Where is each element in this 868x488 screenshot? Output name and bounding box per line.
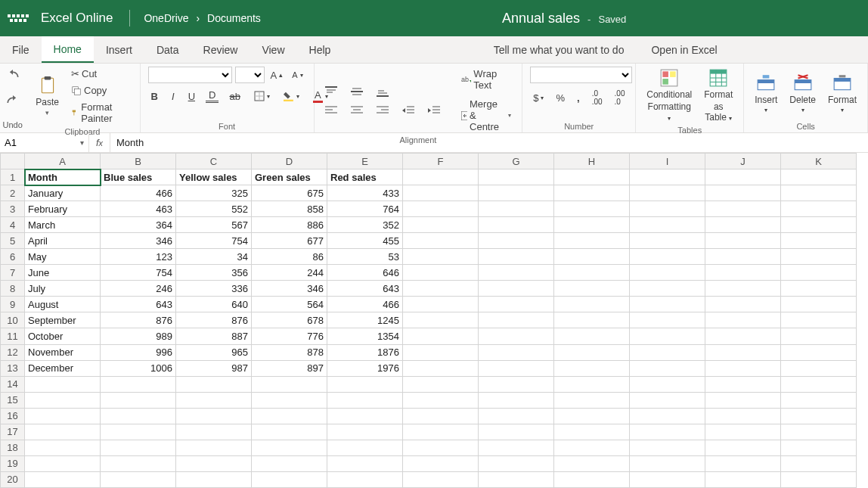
cell-D20[interactable] bbox=[252, 471, 327, 487]
cell-J2[interactable] bbox=[705, 185, 781, 201]
cell-A8[interactable]: July bbox=[25, 281, 101, 297]
cell-H1[interactable] bbox=[554, 169, 630, 185]
cell-D12[interactable]: 878 bbox=[252, 344, 327, 360]
cell-I12[interactable] bbox=[630, 344, 705, 360]
column-header-I[interactable]: I bbox=[630, 154, 705, 169]
tab-data[interactable]: Data bbox=[144, 36, 191, 63]
cell-K12[interactable] bbox=[781, 344, 857, 360]
cell-D18[interactable] bbox=[252, 440, 327, 455]
cell-B5[interactable]: 346 bbox=[101, 233, 176, 249]
cell-D2[interactable]: 675 bbox=[252, 185, 327, 201]
cell-A10[interactable]: September bbox=[25, 312, 101, 328]
cell-C16[interactable] bbox=[176, 408, 252, 424]
cell-C19[interactable] bbox=[176, 455, 252, 471]
cell-D9[interactable]: 564 bbox=[252, 297, 327, 312]
cell-H14[interactable] bbox=[554, 376, 630, 392]
cell-E7[interactable]: 646 bbox=[327, 265, 403, 281]
fx-icon[interactable]: fx bbox=[89, 133, 110, 152]
cell-A14[interactable] bbox=[25, 376, 101, 392]
align-left-button[interactable] bbox=[322, 104, 340, 117]
cell-E9[interactable]: 466 bbox=[327, 297, 403, 312]
number-format-select[interactable] bbox=[530, 67, 632, 83]
cell-C8[interactable]: 336 bbox=[176, 281, 252, 297]
cell-H2[interactable] bbox=[554, 185, 630, 201]
row-header-3[interactable]: 3 bbox=[1, 201, 25, 217]
fill-color-button[interactable]: ▾ bbox=[281, 89, 302, 103]
cell-J20[interactable] bbox=[705, 471, 781, 487]
decrease-indent-button[interactable] bbox=[399, 104, 417, 117]
cell-D16[interactable] bbox=[252, 408, 327, 424]
cell-F12[interactable] bbox=[403, 344, 479, 360]
cell-J3[interactable] bbox=[705, 201, 781, 217]
cell-I15[interactable] bbox=[630, 392, 705, 408]
column-header-H[interactable]: H bbox=[554, 154, 630, 169]
cell-C18[interactable] bbox=[176, 440, 252, 455]
cell-K2[interactable] bbox=[781, 185, 857, 201]
cell-E8[interactable]: 643 bbox=[327, 281, 403, 297]
percent-format-button[interactable]: % bbox=[553, 91, 568, 105]
cell-D10[interactable]: 678 bbox=[252, 312, 327, 328]
cell-G6[interactable] bbox=[479, 249, 554, 265]
cell-C14[interactable] bbox=[176, 376, 252, 392]
app-launcher-icon[interactable] bbox=[6, 6, 30, 30]
cell-H10[interactable] bbox=[554, 312, 630, 328]
cell-B4[interactable]: 364 bbox=[101, 217, 176, 233]
cell-G10[interactable] bbox=[479, 312, 554, 328]
row-header-8[interactable]: 8 bbox=[1, 281, 25, 297]
row-header-19[interactable]: 19 bbox=[1, 455, 25, 471]
chevron-down-icon[interactable]: ▾ bbox=[80, 138, 84, 147]
cell-A11[interactable]: October bbox=[25, 328, 101, 344]
row-header-5[interactable]: 5 bbox=[1, 233, 25, 249]
delete-cells-button[interactable]: Delete▾ bbox=[786, 72, 819, 115]
cell-K9[interactable] bbox=[781, 297, 857, 312]
cell-K11[interactable] bbox=[781, 328, 857, 344]
breadcrumb[interactable]: OneDrive › Documents bbox=[144, 12, 260, 24]
double-underline-button[interactable]: D bbox=[206, 90, 219, 103]
cell-F14[interactable] bbox=[403, 376, 479, 392]
cell-D17[interactable] bbox=[252, 424, 327, 440]
cell-F20[interactable] bbox=[403, 471, 479, 487]
cell-G12[interactable] bbox=[479, 344, 554, 360]
cell-G18[interactable] bbox=[479, 440, 554, 455]
cell-H20[interactable] bbox=[554, 471, 630, 487]
font-size-select[interactable] bbox=[235, 67, 265, 83]
cell-J7[interactable] bbox=[705, 265, 781, 281]
cell-F13[interactable] bbox=[403, 360, 479, 376]
cell-H12[interactable] bbox=[554, 344, 630, 360]
cell-G5[interactable] bbox=[479, 233, 554, 249]
increase-font-button[interactable]: A▴ bbox=[268, 68, 287, 82]
row-header-14[interactable]: 14 bbox=[1, 376, 25, 392]
cell-K13[interactable] bbox=[781, 360, 857, 376]
cell-C10[interactable]: 876 bbox=[176, 312, 252, 328]
cell-H9[interactable] bbox=[554, 297, 630, 312]
cell-G2[interactable] bbox=[479, 185, 554, 201]
cell-K18[interactable] bbox=[781, 440, 857, 455]
cell-F1[interactable] bbox=[403, 169, 479, 185]
cell-A2[interactable]: January bbox=[25, 185, 101, 201]
cell-I6[interactable] bbox=[630, 249, 705, 265]
undo-button[interactable] bbox=[5, 70, 20, 85]
cell-J12[interactable] bbox=[705, 344, 781, 360]
cell-E12[interactable]: 1876 bbox=[327, 344, 403, 360]
accounting-format-button[interactable]: $▾ bbox=[530, 91, 547, 105]
cell-A18[interactable] bbox=[25, 440, 101, 455]
conditional-formatting-button[interactable]: Conditional Formatting ▾ bbox=[643, 67, 695, 124]
cell-B15[interactable] bbox=[101, 392, 176, 408]
tab-review[interactable]: Review bbox=[191, 36, 250, 63]
cell-F5[interactable] bbox=[403, 233, 479, 249]
cell-A5[interactable]: April bbox=[25, 233, 101, 249]
spreadsheet-grid[interactable]: ABCDEFGHIJK1MonthBlue salesYellow salesG… bbox=[0, 153, 868, 488]
cell-C7[interactable]: 356 bbox=[176, 265, 252, 281]
row-header-7[interactable]: 7 bbox=[1, 265, 25, 281]
cell-F9[interactable] bbox=[403, 297, 479, 312]
cell-K4[interactable] bbox=[781, 217, 857, 233]
cell-E6[interactable]: 53 bbox=[327, 249, 403, 265]
cell-B7[interactable]: 754 bbox=[101, 265, 176, 281]
cell-F16[interactable] bbox=[403, 408, 479, 424]
cell-I16[interactable] bbox=[630, 408, 705, 424]
cell-E16[interactable] bbox=[327, 408, 403, 424]
cell-I9[interactable] bbox=[630, 297, 705, 312]
cell-C1[interactable]: Yellow sales bbox=[176, 169, 252, 185]
cell-B13[interactable]: 1006 bbox=[101, 360, 176, 376]
cell-I19[interactable] bbox=[630, 455, 705, 471]
